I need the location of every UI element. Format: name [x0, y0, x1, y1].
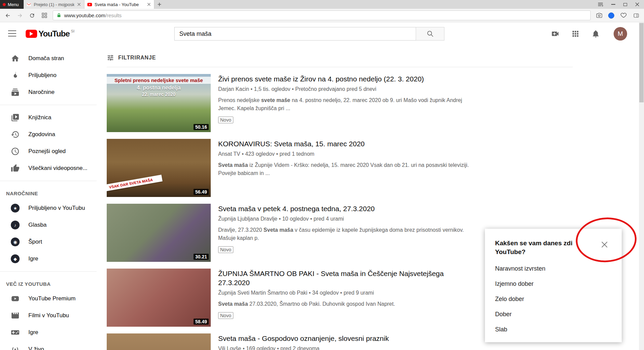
channel-avatar-icon [11, 221, 20, 229]
forward-icon[interactable] [16, 12, 24, 19]
sidebar-item-label: Naročnine [28, 89, 55, 96]
search-input[interactable] [174, 27, 416, 41]
extension-icon[interactable] [608, 12, 614, 19]
sidebar-item-liked-videos[interactable]: Všečkani videoposne... [0, 160, 97, 177]
sidebar-item-label: Priljubljeno v YouTubu [28, 205, 85, 211]
video-result: Spletni prenos nedeljske svete maše 4. p… [107, 74, 629, 132]
channel-avatar-icon [11, 254, 20, 263]
sidebar-channel-glasba[interactable]: Glasba [0, 217, 97, 233]
video-meta[interactable]: Ansat TV • 423 ogledov • pred 1 tednom [218, 151, 475, 157]
video-title[interactable]: Sveta maša - Gospodovo oznanjenje, slove… [218, 334, 448, 343]
url-field[interactable]: www.youtube.com/results [53, 10, 591, 20]
sidebar-item-label: Domača stran [28, 55, 64, 62]
video-title[interactable]: Živi prenos svete maše iz Žirov na 4. po… [218, 74, 448, 83]
sidebar-divider [0, 271, 97, 272]
survey-option[interactable]: Izjemno dober [495, 276, 612, 292]
video-duration: 30.21 [194, 254, 209, 260]
filter-bar[interactable]: FILTRIRANJE [97, 45, 639, 61]
video-title[interactable]: KORONAVIRUS: Sveta maša, 15. marec 2020 [218, 139, 448, 148]
tab-close-icon[interactable] [147, 2, 151, 7]
flame-icon [11, 71, 20, 80]
video-duration: 58.49 [194, 319, 209, 325]
new-badge: Novo [218, 117, 233, 123]
sidebar-item-premium[interactable]: YouTube Premium [0, 290, 97, 307]
sidebar-item-library[interactable]: Knjižnica [0, 109, 97, 126]
browser-tab-youtube[interactable]: Sveta maša - YouTube [84, 0, 154, 9]
window-close-icon[interactable] [635, 2, 639, 6]
video-description: Sveta maša 27.03.2020, Šmartno ob Paki. … [218, 300, 470, 308]
apps-grid-icon[interactable] [571, 29, 580, 38]
browser-tab-gmail[interactable]: Prejeto (1) - mojposkusni.e [24, 0, 84, 9]
sidebar-subscriptions-header: NAROČNINE [0, 185, 97, 200]
sidebar-item-label: Šport [28, 239, 42, 245]
video-meta[interactable]: Župnija Sveti Martin Šmartno ob Paki • 3… [218, 290, 475, 296]
library-icon [11, 113, 20, 122]
survey-option[interactable]: Dober [495, 307, 612, 322]
browser-menu-button[interactable]: Menu [0, 0, 24, 9]
sidebar-toggle-icon[interactable] [633, 12, 640, 19]
video-meta[interactable]: Vili Lovše • 169 ogledov • pred 2 dnevom… [218, 346, 475, 350]
tab-close-icon[interactable] [77, 2, 81, 7]
history-icon [11, 130, 20, 139]
screen: Menu Prejeto (1) - mojposkusni.e Sveta m… [0, 0, 644, 350]
sidebar-channel-igre[interactable]: Igre [0, 250, 97, 267]
snapshot-camera-icon[interactable] [595, 12, 603, 19]
browser-titlebar: Menu Prejeto (1) - mojposkusni.e Sveta m… [0, 0, 644, 9]
close-icon[interactable] [600, 240, 609, 249]
sidebar-item-label: YouTube Premium [28, 295, 76, 302]
tab-menu-icon[interactable] [598, 2, 603, 6]
page-scrollbar[interactable] [639, 22, 644, 350]
create-video-icon[interactable] [551, 29, 560, 38]
sidebar-item-trending[interactable]: Priljubljeno [0, 67, 97, 84]
window-maximize-icon[interactable] [623, 3, 627, 6]
sidebar-item-history[interactable]: Zgodovina [0, 126, 97, 143]
video-title[interactable]: Sveta maša v petek 4. postnega tedna, 27… [218, 204, 448, 213]
sidebar-item-movies[interactable]: Filmi v YouTubu [0, 307, 97, 324]
search-button[interactable] [416, 27, 444, 41]
video-duration: 50.16 [194, 124, 209, 130]
sidebar-item-watch-later[interactable]: Poznejši ogled [0, 143, 97, 160]
sidebar-channel-priljubljeno[interactable]: Priljubljeno v YouTubu [0, 200, 97, 217]
video-duration: 56.49 [194, 189, 209, 195]
account-avatar[interactable]: M [614, 27, 627, 41]
sidebar-item-gaming[interactable]: Igre [0, 324, 97, 341]
heart-bookmark-icon[interactable] [620, 12, 627, 19]
notifications-bell-icon[interactable] [591, 29, 600, 38]
youtube-logo[interactable]: YouTube SI [26, 28, 75, 39]
survey-option[interactable]: Slab [495, 322, 612, 337]
video-meta[interactable]: Župnija Ljubljana Dravlje • 10 ogledov •… [218, 216, 475, 222]
video-thumbnail[interactable] [107, 333, 211, 350]
youtube-play-icon [26, 30, 37, 38]
back-icon[interactable] [4, 12, 11, 19]
sidebar-item-subscriptions[interactable]: Naročnine [0, 84, 97, 101]
video-thumbnail[interactable]: Spletni prenos nedeljske svete maše 4. p… [107, 74, 211, 132]
sidebar-divider [0, 105, 97, 105]
video-thumbnail[interactable]: 30.21 [107, 204, 211, 262]
video-description: Prenos nedeljske svete maše na 4. postno… [218, 96, 470, 112]
scrollbar-thumb[interactable] [639, 23, 644, 102]
video-thumbnail[interactable]: VSAK DAR SVETA MAŠA 56.49 [107, 139, 211, 197]
browser-addressbar: www.youtube.com/results [0, 9, 644, 22]
video-thumbnail[interactable]: 58.49 [107, 269, 211, 327]
new-tab-button[interactable] [154, 0, 164, 9]
gmail-icon [26, 2, 31, 7]
sidebar-item-live[interactable]: V živo [0, 341, 97, 350]
results-divider [107, 67, 573, 67]
window-minimize-icon[interactable] [611, 4, 615, 5]
speed-dial-icon[interactable] [41, 12, 48, 19]
sidebar-divider [0, 181, 97, 181]
video-meta[interactable]: Darjan Kacin • 1,5 tis. ogledov • Pretoč… [218, 86, 475, 92]
video-title[interactable]: ŽUPNIJA ŠMARTNO OB PAKI - Sveta maša in … [218, 269, 448, 287]
sidebar-item-label: Glasba [28, 222, 47, 228]
reload-icon[interactable] [28, 12, 36, 19]
survey-option[interactable]: Zelo dober [495, 292, 612, 307]
guide-hamburger-icon[interactable] [8, 30, 16, 36]
thumbnail-ribbon-text: VSAK DAR SVETA MAŠA [107, 175, 163, 192]
sidebar-item-label: Zgodovina [28, 131, 55, 138]
clock-icon [11, 147, 20, 156]
sidebar-item-home[interactable]: Domača stran [0, 50, 97, 67]
survey-option[interactable]: Naravnost izvrsten [495, 261, 612, 276]
subscriptions-icon [11, 88, 20, 97]
sidebar-channel-sport[interactable]: Šport [0, 233, 97, 250]
gamepad-icon [11, 328, 20, 337]
